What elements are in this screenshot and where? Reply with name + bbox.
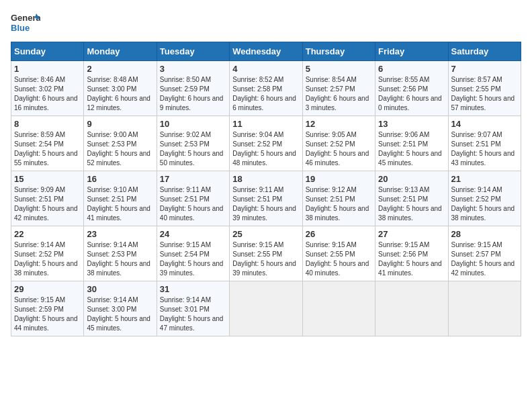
calendar-week-4: 22Sunrise: 9:14 AM Sunset: 2:52 PM Dayli… [11, 226, 521, 281]
logo: General Blue [11, 11, 40, 35]
calendar-day-13: 13Sunrise: 9:06 AM Sunset: 2:51 PM Dayli… [375, 116, 448, 171]
calendar-day-7: 7Sunrise: 8:57 AM Sunset: 2:55 PM Daylig… [448, 61, 521, 116]
calendar-day-26: 26Sunrise: 9:15 AM Sunset: 2:55 PM Dayli… [302, 226, 375, 281]
calendar-day-30: 30Sunrise: 9:14 AM Sunset: 3:00 PM Dayli… [84, 281, 157, 336]
calendar-day-9: 9Sunrise: 9:00 AM Sunset: 2:53 PM Daylig… [84, 116, 157, 171]
calendar-day-11: 11Sunrise: 9:04 AM Sunset: 2:52 PM Dayli… [230, 116, 302, 171]
calendar-day-3: 3Sunrise: 8:50 AM Sunset: 2:59 PM Daylig… [157, 61, 229, 116]
weekday-header-friday: Friday [375, 42, 448, 61]
weekday-header-row: SundayMondayTuesdayWednesdayThursdayFrid… [11, 42, 521, 61]
calendar-day-28: 28Sunrise: 9:15 AM Sunset: 2:57 PM Dayli… [448, 226, 521, 281]
calendar-table: SundayMondayTuesdayWednesdayThursdayFrid… [11, 42, 521, 336]
calendar-week-5: 29Sunrise: 9:15 AM Sunset: 2:59 PM Dayli… [11, 281, 521, 336]
calendar-day-16: 16Sunrise: 9:10 AM Sunset: 2:51 PM Dayli… [84, 171, 157, 226]
calendar-day-31: 31Sunrise: 9:14 AM Sunset: 3:01 PM Dayli… [157, 281, 229, 336]
calendar-day-1: 1Sunrise: 8:46 AM Sunset: 3:02 PM Daylig… [11, 61, 84, 116]
calendar-day-29: 29Sunrise: 9:15 AM Sunset: 2:59 PM Dayli… [11, 281, 84, 336]
calendar-day-18: 18Sunrise: 9:11 AM Sunset: 2:51 PM Dayli… [230, 171, 302, 226]
calendar-day-14: 14Sunrise: 9:07 AM Sunset: 2:51 PM Dayli… [448, 116, 521, 171]
calendar-day-21: 21Sunrise: 9:14 AM Sunset: 2:52 PM Dayli… [448, 171, 521, 226]
calendar-week-3: 15Sunrise: 9:09 AM Sunset: 2:51 PM Dayli… [11, 171, 521, 226]
calendar-empty-cell [230, 281, 302, 336]
weekday-header-sunday: Sunday [11, 42, 84, 61]
logo-icon: General Blue [11, 11, 40, 35]
calendar-day-24: 24Sunrise: 9:15 AM Sunset: 2:54 PM Dayli… [157, 226, 229, 281]
calendar-day-23: 23Sunrise: 9:14 AM Sunset: 2:53 PM Dayli… [84, 226, 157, 281]
calendar-day-27: 27Sunrise: 9:15 AM Sunset: 2:56 PM Dayli… [375, 226, 448, 281]
calendar-day-19: 19Sunrise: 9:12 AM Sunset: 2:51 PM Dayli… [302, 171, 375, 226]
svg-text:Blue: Blue [11, 23, 30, 33]
calendar-day-17: 17Sunrise: 9:11 AM Sunset: 2:51 PM Dayli… [157, 171, 229, 226]
calendar-empty-cell [302, 281, 375, 336]
calendar-day-2: 2Sunrise: 8:48 AM Sunset: 3:00 PM Daylig… [84, 61, 157, 116]
weekday-header-thursday: Thursday [302, 42, 375, 61]
calendar-day-25: 25Sunrise: 9:15 AM Sunset: 2:55 PM Dayli… [230, 226, 302, 281]
calendar-day-10: 10Sunrise: 9:02 AM Sunset: 2:53 PM Dayli… [157, 116, 229, 171]
calendar-day-22: 22Sunrise: 9:14 AM Sunset: 2:52 PM Dayli… [11, 226, 84, 281]
calendar-week-1: 1Sunrise: 8:46 AM Sunset: 3:02 PM Daylig… [11, 61, 521, 116]
calendar-empty-cell [448, 281, 521, 336]
calendar-day-20: 20Sunrise: 9:13 AM Sunset: 2:51 PM Dayli… [375, 171, 448, 226]
calendar-empty-cell [375, 281, 448, 336]
calendar-day-6: 6Sunrise: 8:55 AM Sunset: 2:56 PM Daylig… [375, 61, 448, 116]
weekday-header-tuesday: Tuesday [157, 42, 229, 61]
calendar-day-4: 4Sunrise: 8:52 AM Sunset: 2:58 PM Daylig… [230, 61, 302, 116]
weekday-header-wednesday: Wednesday [230, 42, 302, 61]
weekday-header-saturday: Saturday [448, 42, 521, 61]
calendar-day-15: 15Sunrise: 9:09 AM Sunset: 2:51 PM Dayli… [11, 171, 84, 226]
calendar-week-2: 8Sunrise: 8:59 AM Sunset: 2:54 PM Daylig… [11, 116, 521, 171]
page-header: General Blue [11, 11, 521, 35]
calendar-day-12: 12Sunrise: 9:05 AM Sunset: 2:52 PM Dayli… [302, 116, 375, 171]
calendar-day-5: 5Sunrise: 8:54 AM Sunset: 2:57 PM Daylig… [302, 61, 375, 116]
weekday-header-monday: Monday [84, 42, 157, 61]
calendar-day-8: 8Sunrise: 8:59 AM Sunset: 2:54 PM Daylig… [11, 116, 84, 171]
